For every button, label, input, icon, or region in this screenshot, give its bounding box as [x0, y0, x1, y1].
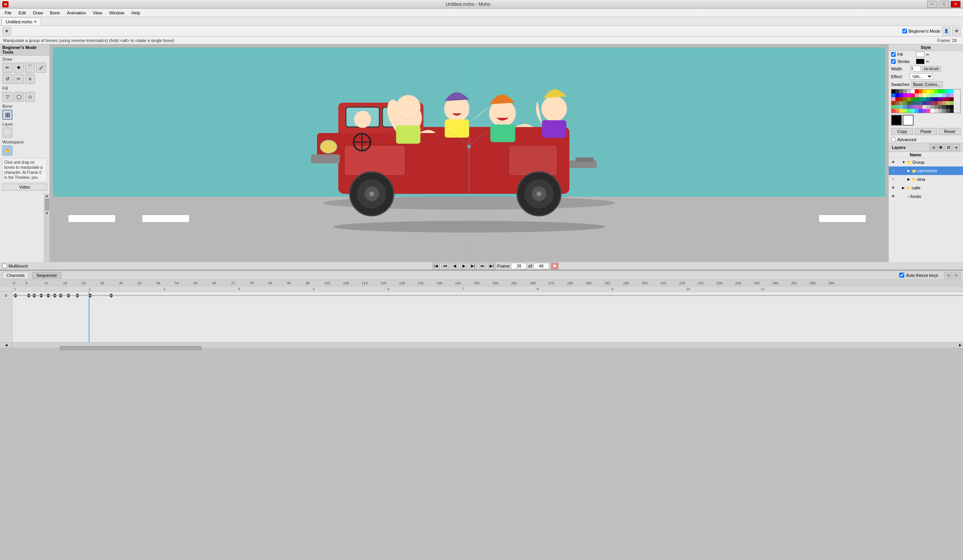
- color-cell[interactable]: [942, 93, 946, 97]
- color-cell[interactable]: [934, 97, 938, 101]
- color-cell[interactable]: [934, 105, 938, 109]
- go-end-btn[interactable]: ▶|: [488, 262, 496, 270]
- scroll-thumb[interactable]: [45, 199, 49, 210]
- color-cell[interactable]: [891, 105, 895, 109]
- color-cell[interactable]: [919, 93, 923, 97]
- layer-fondo[interactable]: 👁 ○ fondo: [889, 192, 963, 201]
- prev-frame-btn[interactable]: ◀: [451, 262, 459, 270]
- color-cell[interactable]: [930, 97, 934, 101]
- color-cell[interactable]: [923, 97, 926, 101]
- menu-view[interactable]: View: [90, 10, 105, 16]
- color-cell[interactable]: [946, 105, 950, 109]
- menu-animation[interactable]: Animation: [64, 10, 89, 16]
- color-cell[interactable]: [950, 89, 954, 93]
- color-cell[interactable]: [946, 93, 950, 97]
- color-cell[interactable]: [915, 109, 919, 113]
- color-cell[interactable]: [907, 101, 911, 105]
- video-button[interactable]: Video: [2, 184, 47, 191]
- next-frame-btn[interactable]: ▶|: [469, 262, 477, 270]
- color-cell[interactable]: [942, 101, 946, 105]
- color-cell[interactable]: [899, 101, 903, 105]
- color-cell[interactable]: [915, 97, 919, 101]
- color-cell[interactable]: [895, 97, 899, 101]
- color-cell[interactable]: [942, 105, 946, 109]
- color-cell[interactable]: [919, 97, 923, 101]
- color-cell[interactable]: [930, 93, 934, 97]
- swatches-picker-button[interactable]: Basic Colors...: [911, 81, 943, 88]
- frame-number-input[interactable]: [511, 263, 527, 269]
- color-cell[interactable]: [895, 105, 899, 109]
- layers-tool-2[interactable]: ⊞: [937, 144, 944, 151]
- paint-tool[interactable]: ◯: [14, 92, 24, 102]
- color-cell[interactable]: [946, 97, 950, 101]
- color-cell[interactable]: [899, 93, 903, 97]
- menu-bone[interactable]: Bone: [47, 10, 63, 16]
- timeline-zoom-in[interactable]: ▷: [953, 272, 961, 279]
- color-cell[interactable]: [899, 109, 903, 113]
- color-cell[interactable]: [919, 105, 923, 109]
- stroke-checkbox[interactable]: [891, 59, 896, 64]
- color-cell[interactable]: [903, 109, 907, 113]
- color-cell[interactable]: [899, 89, 903, 93]
- color-cell[interactable]: [895, 109, 899, 113]
- color-cell[interactable]: [899, 97, 903, 101]
- color-cell[interactable]: [915, 89, 919, 93]
- color-cell[interactable]: [923, 93, 926, 97]
- color-cell[interactable]: [934, 101, 938, 105]
- scroll-right-arrow[interactable]: ▶: [958, 343, 963, 348]
- channels-tab[interactable]: Channels: [2, 272, 29, 279]
- color-cell[interactable]: [942, 97, 946, 101]
- play-btn[interactable]: ▶: [460, 262, 468, 270]
- color-cell[interactable]: [903, 89, 907, 93]
- layer-calle[interactable]: 👁 ▶ 📁 calle: [889, 184, 963, 192]
- add-point-tool[interactable]: ✚: [14, 63, 24, 73]
- color-cell[interactable]: [926, 93, 930, 97]
- close-button[interactable]: ✕: [951, 1, 961, 8]
- color-cell[interactable]: [938, 105, 942, 109]
- timeline-track-4[interactable]: [12, 315, 963, 323]
- color-cell[interactable]: [923, 89, 926, 93]
- width-input[interactable]: [910, 66, 921, 72]
- color-cell[interactable]: [915, 105, 919, 109]
- color-cell[interactable]: [907, 89, 911, 93]
- color-cell[interactable]: [923, 105, 926, 109]
- color-cell[interactable]: [942, 109, 946, 113]
- color-cell[interactable]: [950, 93, 954, 97]
- color-cell[interactable]: [891, 109, 895, 113]
- record-btn[interactable]: ⏺: [551, 262, 559, 270]
- bezier-tool[interactable]: ⌒: [25, 63, 35, 73]
- stroke-color-swatch[interactable]: [916, 59, 924, 64]
- color-cell[interactable]: [926, 109, 930, 113]
- timeline-scrollbar-h[interactable]: ◀ ▶: [0, 342, 963, 348]
- scroll-down-arrow[interactable]: ▼: [45, 211, 49, 215]
- color-cell[interactable]: [938, 89, 942, 93]
- menu-edit[interactable]: Edit: [16, 10, 29, 16]
- color-cell[interactable]: [946, 101, 950, 105]
- layer-camioneta[interactable]: 👁 ▶ 📁 camioneta: [889, 166, 963, 175]
- color-cell[interactable]: [919, 109, 923, 113]
- layers-expand-btn[interactable]: ▸: [953, 144, 960, 151]
- bone-tool[interactable]: ⊞: [2, 110, 12, 120]
- layer-eye-icon[interactable]: 👁: [890, 177, 896, 182]
- transform-tool[interactable]: ↺: [2, 74, 12, 84]
- color-cell[interactable]: [899, 105, 903, 109]
- timeline-track-5[interactable]: [12, 323, 963, 331]
- no-brush-button[interactable]: No Brush: [922, 66, 941, 72]
- color-cell[interactable]: [934, 109, 938, 113]
- color-cell[interactable]: [895, 89, 899, 93]
- color-cell[interactable]: [911, 89, 915, 93]
- layer-nina[interactable]: 👁 ▶ 📁 nina: [889, 175, 963, 184]
- color-cell[interactable]: [926, 105, 930, 109]
- timeline-track-1[interactable]: [12, 292, 963, 299]
- settings-icon[interactable]: ⚙: [952, 27, 961, 35]
- color-cell[interactable]: [950, 105, 954, 109]
- minimize-button[interactable]: ─: [927, 1, 937, 8]
- color-cell[interactable]: [907, 109, 911, 113]
- delete-tool[interactable]: ≡: [25, 74, 35, 84]
- color-cell[interactable]: [911, 101, 915, 105]
- color-cell[interactable]: [919, 89, 923, 93]
- timeline-tracks[interactable]: [12, 292, 963, 342]
- color-cell[interactable]: [950, 109, 954, 113]
- fill-color-swatch[interactable]: [916, 52, 924, 57]
- prev-keyframe-btn[interactable]: ⏮: [441, 262, 449, 270]
